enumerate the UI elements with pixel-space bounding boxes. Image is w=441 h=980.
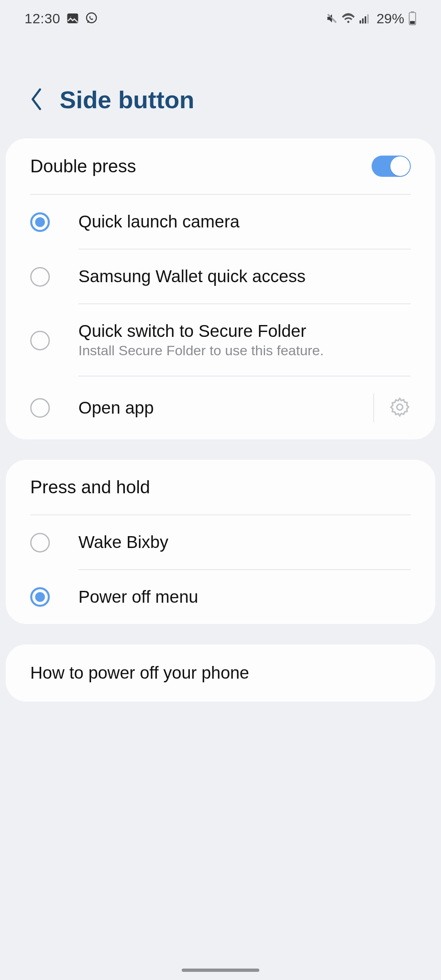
- svg-rect-8: [367, 14, 369, 24]
- how-to-label: How to power off your phone: [30, 663, 249, 682]
- how-to-power-off[interactable]: How to power off your phone: [6, 644, 435, 702]
- option-label: Quick launch camera: [78, 212, 240, 232]
- radio-icon: [30, 331, 50, 350]
- wifi-icon: [341, 12, 355, 24]
- press-hold-title: Press and hold: [30, 477, 150, 497]
- option-open-app[interactable]: Open app: [6, 376, 435, 439]
- battery-text: 29%: [376, 11, 404, 27]
- option-label: Samsung Wallet quick access: [78, 267, 305, 286]
- back-icon[interactable]: [29, 87, 44, 113]
- option-quick-launch-camera[interactable]: Quick launch camera: [6, 195, 435, 249]
- option-sublabel: Install Secure Folder to use this featur…: [78, 343, 324, 359]
- option-label: Power off menu: [78, 587, 198, 607]
- status-bar: 12:30 29%: [0, 0, 441, 37]
- radio-icon: [30, 212, 50, 232]
- vertical-separator: [373, 394, 374, 422]
- svg-point-1: [69, 16, 71, 18]
- option-label: Quick switch to Secure Folder: [78, 321, 324, 341]
- double-press-card: Double press Quick launch camera Samsung…: [6, 138, 435, 439]
- svg-rect-11: [410, 21, 415, 24]
- radio-icon: [30, 587, 50, 607]
- how-to-card[interactable]: How to power off your phone: [6, 644, 435, 702]
- option-wake-bixby[interactable]: Wake Bixby: [6, 515, 435, 570]
- battery-icon: [408, 11, 416, 25]
- double-press-header[interactable]: Double press: [6, 138, 435, 194]
- status-right: 29%: [326, 11, 416, 27]
- status-time: 12:30: [24, 11, 60, 27]
- press-hold-header: Press and hold: [6, 460, 435, 514]
- svg-rect-6: [362, 18, 364, 24]
- option-label: Open app: [78, 398, 154, 418]
- whatsapp-icon: [85, 12, 98, 25]
- svg-rect-7: [365, 16, 366, 24]
- radio-icon: [30, 267, 50, 287]
- svg-rect-5: [359, 20, 361, 24]
- svg-point-12: [397, 404, 403, 410]
- option-secure-folder[interactable]: Quick switch to Secure Folder Install Se…: [6, 304, 435, 376]
- page-title: Side button: [60, 86, 194, 114]
- status-left: 12:30: [24, 11, 98, 27]
- gear-icon[interactable]: [389, 396, 411, 420]
- image-icon: [66, 12, 79, 25]
- signal-icon: [359, 12, 371, 24]
- home-indicator[interactable]: [182, 969, 259, 972]
- option-power-off-menu[interactable]: Power off menu: [6, 570, 435, 624]
- press-hold-card: Press and hold Wake Bixby Power off menu: [6, 460, 435, 624]
- mute-icon: [326, 12, 338, 24]
- page-header: Side button: [0, 37, 441, 138]
- double-press-title: Double press: [30, 156, 136, 176]
- radio-icon: [30, 398, 50, 418]
- option-samsung-wallet[interactable]: Samsung Wallet quick access: [6, 249, 435, 304]
- double-press-toggle[interactable]: [372, 156, 411, 177]
- radio-icon: [30, 533, 50, 552]
- option-label: Wake Bixby: [78, 532, 168, 552]
